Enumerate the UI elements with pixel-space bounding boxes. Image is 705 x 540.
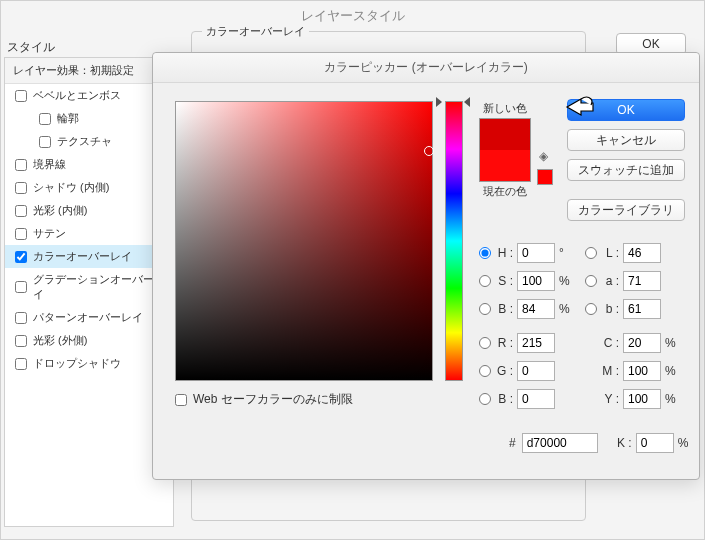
style-item-checkbox[interactable]	[39, 113, 51, 125]
style-item-label: テクスチャ	[57, 134, 112, 149]
m-label: M :	[601, 364, 619, 378]
r-input[interactable]	[517, 333, 555, 353]
hue-arrow-left-icon	[436, 97, 442, 107]
c-label: C :	[601, 336, 619, 350]
hex-input[interactable]	[522, 433, 598, 453]
s-input[interactable]	[517, 271, 555, 291]
style-item[interactable]: カラーオーバーレイ	[5, 245, 173, 268]
ok-button[interactable]: OK	[567, 99, 685, 121]
m-unit: %	[665, 364, 679, 378]
l-label: L :	[601, 246, 619, 260]
sv-cursor-icon	[424, 146, 434, 156]
style-item[interactable]: グラデーションオーバーレイ	[5, 268, 173, 306]
current-color-swatch[interactable]	[479, 150, 531, 182]
style-item-checkbox[interactable]	[15, 312, 27, 324]
style-item[interactable]: 輪郭	[5, 107, 173, 130]
s-unit: %	[559, 274, 573, 288]
new-color-swatch	[479, 118, 531, 150]
style-item-label: グラデーションオーバーレイ	[33, 272, 167, 302]
style-item-label: 輪郭	[57, 111, 79, 126]
h-label: H :	[495, 246, 513, 260]
style-list: レイヤー効果：初期設定 ベベルとエンボス輪郭テクスチャ境界線シャドウ (内側)光…	[4, 57, 174, 527]
style-item-label: 光彩 (内側)	[33, 203, 87, 218]
style-item-checkbox[interactable]	[15, 182, 27, 194]
style-item-checkbox[interactable]	[39, 136, 51, 148]
websafe-row: Web セーフカラーのみに制限	[175, 391, 353, 408]
a-label: a :	[601, 274, 619, 288]
cube-icon[interactable]: ◈	[539, 149, 553, 163]
r-label: R :	[495, 336, 513, 350]
g-radio[interactable]	[479, 365, 491, 377]
style-item-checkbox[interactable]	[15, 159, 27, 171]
h-input[interactable]	[517, 243, 555, 263]
g-label: G :	[495, 364, 513, 378]
style-item-label: カラーオーバーレイ	[33, 249, 132, 264]
k-unit: %	[678, 436, 692, 450]
style-item[interactable]: パターンオーバーレイ	[5, 306, 173, 329]
a-input[interactable]	[623, 271, 661, 291]
style-item[interactable]: ドロップシャドウ	[5, 352, 173, 375]
style-item-label: 光彩 (外側)	[33, 333, 87, 348]
style-item-checkbox[interactable]	[15, 281, 27, 293]
s-label: S :	[495, 274, 513, 288]
c-unit: %	[665, 336, 679, 350]
color-picker-body: 新しい色 現在の色 ◈ OK キャンセル スウォッチに追加 カラーライブラリ H…	[153, 83, 699, 481]
style-item-checkbox[interactable]	[15, 228, 27, 240]
bv-label: B :	[495, 302, 513, 316]
style-item-checkbox[interactable]	[15, 90, 27, 102]
websafe-checkbox[interactable]	[175, 394, 187, 406]
style-item-label: シャドウ (内側)	[33, 180, 109, 195]
bb-radio[interactable]	[479, 393, 491, 405]
style-item[interactable]: 光彩 (外側)	[5, 329, 173, 352]
c-input[interactable]	[623, 333, 661, 353]
style-item-label: パターンオーバーレイ	[33, 310, 143, 325]
bb-label: B :	[495, 392, 513, 406]
style-item-checkbox[interactable]	[15, 251, 27, 263]
style-item-checkbox[interactable]	[15, 205, 27, 217]
k-label: K :	[614, 436, 632, 450]
k-input[interactable]	[636, 433, 674, 453]
saturation-value-field[interactable]	[175, 101, 433, 381]
style-item[interactable]: 境界線	[5, 153, 173, 176]
l-input[interactable]	[623, 243, 661, 263]
style-item-label: ドロップシャドウ	[33, 356, 121, 371]
y-label: Y :	[601, 392, 619, 406]
style-item[interactable]: テクスチャ	[5, 130, 173, 153]
style-subheader[interactable]: レイヤー効果：初期設定	[5, 58, 173, 84]
l-radio[interactable]	[585, 247, 597, 259]
style-item[interactable]: 光彩 (内側)	[5, 199, 173, 222]
b-label: b :	[601, 302, 619, 316]
current-color-label: 現在の色	[479, 184, 531, 199]
style-item-checkbox[interactable]	[15, 335, 27, 347]
style-item-checkbox[interactable]	[15, 358, 27, 370]
style-item[interactable]: サテン	[5, 222, 173, 245]
style-item-label: サテン	[33, 226, 66, 241]
h-radio[interactable]	[479, 247, 491, 259]
y-unit: %	[665, 392, 679, 406]
hue-slider[interactable]	[445, 101, 463, 381]
add-swatch-button[interactable]: スウォッチに追加	[567, 159, 685, 181]
m-input[interactable]	[623, 361, 661, 381]
style-item[interactable]: シャドウ (内側)	[5, 176, 173, 199]
bv-radio[interactable]	[479, 303, 491, 315]
color-libraries-button[interactable]: カラーライブラリ	[567, 199, 685, 221]
y-input[interactable]	[623, 389, 661, 409]
bv-unit: %	[559, 302, 573, 316]
style-item-label: ベベルとエンボス	[33, 88, 121, 103]
s-radio[interactable]	[479, 275, 491, 287]
color-picker-title: カラーピッカー (オーバーレイカラー)	[153, 53, 699, 83]
b-radio[interactable]	[585, 303, 597, 315]
gamut-swatch[interactable]	[537, 169, 553, 185]
g-input[interactable]	[517, 361, 555, 381]
bb-input[interactable]	[517, 389, 555, 409]
style-item[interactable]: ベベルとエンボス	[5, 84, 173, 107]
color-picker-window: カラーピッカー (オーバーレイカラー) 新しい色 現在の色 ◈ OK キャンセル…	[152, 52, 700, 480]
cancel-button[interactable]: キャンセル	[567, 129, 685, 151]
style-item-label: 境界線	[33, 157, 66, 172]
b-input[interactable]	[623, 299, 661, 319]
h-unit: °	[559, 246, 573, 260]
bv-input[interactable]	[517, 299, 555, 319]
hue-arrow-right-icon	[464, 97, 470, 107]
r-radio[interactable]	[479, 337, 491, 349]
a-radio[interactable]	[585, 275, 597, 287]
